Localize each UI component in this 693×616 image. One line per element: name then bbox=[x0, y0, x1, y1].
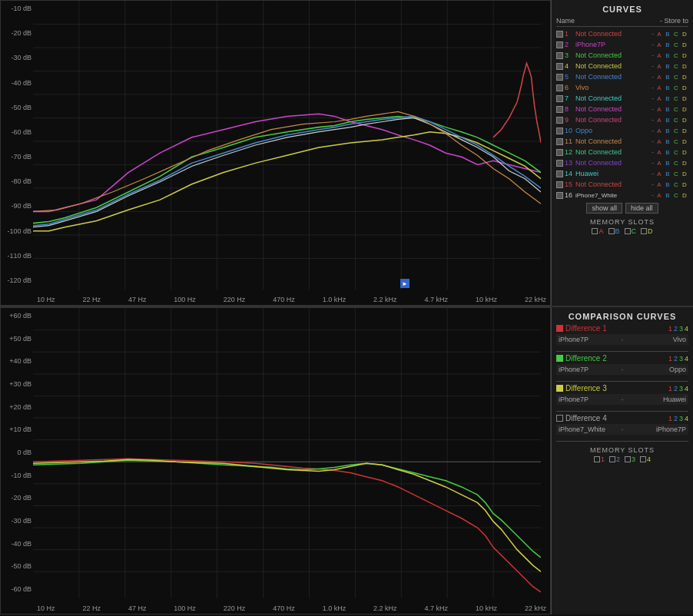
store-d-1[interactable]: D bbox=[681, 31, 688, 38]
curve-checkbox-12[interactable] bbox=[556, 149, 563, 156]
store-a-14[interactable]: A bbox=[655, 171, 663, 177]
store-a-1[interactable]: A bbox=[655, 31, 663, 38]
store-a-12[interactable]: A bbox=[655, 149, 663, 156]
diff-1-checkbox[interactable] bbox=[556, 325, 563, 332]
diff-2-checkbox[interactable] bbox=[556, 355, 563, 362]
store-b-15[interactable]: B bbox=[664, 181, 671, 188]
mem-checkbox-d[interactable] bbox=[641, 228, 647, 234]
memory-slot-3[interactable]: 3 bbox=[625, 455, 635, 463]
store-a-6[interactable]: A bbox=[655, 84, 663, 91]
store-b-1[interactable]: B bbox=[664, 31, 671, 38]
store-c-13[interactable]: C bbox=[672, 160, 680, 167]
store-d-9[interactable]: D bbox=[681, 117, 688, 124]
curve-checkbox-9[interactable] bbox=[556, 117, 563, 124]
curve-checkbox-8[interactable] bbox=[556, 106, 563, 113]
store-a-2[interactable]: A bbox=[655, 41, 663, 48]
store-b-5[interactable]: B bbox=[664, 74, 671, 81]
store-b-9[interactable]: B bbox=[664, 117, 671, 124]
diff-4-n2[interactable]: 2 bbox=[674, 415, 678, 422]
store-a-15[interactable]: A bbox=[655, 181, 663, 188]
store-d-2[interactable]: D bbox=[681, 41, 688, 48]
diff-1-n4[interactable]: 4 bbox=[685, 325, 688, 333]
curve-checkbox-6[interactable] bbox=[556, 84, 563, 91]
memory-slot-c[interactable]: C bbox=[625, 227, 637, 235]
diff-3-n3[interactable]: 3 bbox=[679, 385, 683, 392]
store-b-13[interactable]: B bbox=[664, 160, 671, 167]
memory-slot-a[interactable]: A bbox=[592, 227, 603, 235]
memory-slot-4[interactable]: 4 bbox=[640, 455, 651, 463]
show-all-button[interactable]: show all bbox=[586, 203, 622, 214]
memory-slot-1[interactable]: 1 bbox=[594, 455, 605, 463]
mem-checkbox-c[interactable] bbox=[625, 228, 631, 234]
diff-4-n4[interactable]: 4 bbox=[685, 415, 688, 422]
curve-checkbox-10[interactable] bbox=[556, 128, 563, 134]
memory-slot-d[interactable]: D bbox=[641, 227, 653, 235]
store-c-2[interactable]: C bbox=[672, 41, 680, 48]
diff-3-n1[interactable]: 1 bbox=[668, 385, 672, 392]
store-a-7[interactable]: A bbox=[655, 95, 663, 102]
store-b-7[interactable]: B bbox=[664, 95, 671, 102]
store-b-3[interactable]: B bbox=[664, 52, 671, 59]
store-d-6[interactable]: D bbox=[681, 84, 688, 91]
store-a-11[interactable]: A bbox=[655, 138, 663, 145]
diff-3-n2[interactable]: 2 bbox=[674, 385, 678, 392]
store-c-14[interactable]: C bbox=[672, 171, 680, 177]
store-d-3[interactable]: D bbox=[681, 52, 688, 59]
store-a-16[interactable]: A bbox=[655, 192, 663, 199]
hide-all-button[interactable]: hide all bbox=[625, 203, 658, 214]
store-a-4[interactable]: A bbox=[655, 63, 663, 70]
diff-3-n4[interactable]: 4 bbox=[685, 385, 688, 392]
store-a-5[interactable]: A bbox=[655, 74, 663, 81]
store-c-8[interactable]: C bbox=[672, 106, 680, 113]
mem-checkbox-a[interactable] bbox=[592, 228, 598, 234]
store-d-15[interactable]: D bbox=[681, 181, 688, 188]
store-a-9[interactable]: A bbox=[655, 117, 663, 124]
store-b-2[interactable]: B bbox=[664, 41, 671, 48]
store-b-12[interactable]: B bbox=[664, 149, 671, 156]
store-d-11[interactable]: D bbox=[681, 138, 688, 145]
curve-checkbox-7[interactable] bbox=[556, 95, 563, 102]
store-b-8[interactable]: B bbox=[664, 106, 671, 113]
curve-checkbox-2[interactable] bbox=[556, 41, 563, 48]
diff-4-n3[interactable]: 3 bbox=[679, 415, 683, 422]
diff-1-n2[interactable]: 2 bbox=[674, 325, 678, 333]
curve-checkbox-13[interactable] bbox=[556, 160, 563, 167]
curve-checkbox-5[interactable] bbox=[556, 74, 563, 81]
scroll-right-arrow[interactable]: ► bbox=[400, 279, 410, 288]
store-d-12[interactable]: D bbox=[681, 149, 688, 156]
mem-checkbox-1[interactable] bbox=[594, 456, 600, 462]
store-c-16[interactable]: C bbox=[672, 192, 680, 199]
store-d-5[interactable]: D bbox=[681, 74, 688, 81]
curve-checkbox-16[interactable] bbox=[556, 192, 563, 199]
memory-slot-2[interactable]: 2 bbox=[609, 455, 620, 463]
diff-1-n3[interactable]: 3 bbox=[679, 325, 683, 333]
store-b-16[interactable]: B bbox=[664, 192, 671, 199]
store-d-10[interactable]: D bbox=[681, 128, 688, 134]
store-c-4[interactable]: C bbox=[672, 63, 680, 70]
diff-4-checkbox[interactable] bbox=[556, 415, 563, 422]
diff-3-checkbox[interactable] bbox=[556, 385, 563, 392]
store-d-13[interactable]: D bbox=[681, 160, 688, 167]
store-b-6[interactable]: B bbox=[664, 84, 671, 91]
store-d-7[interactable]: D bbox=[681, 95, 688, 102]
store-b-10[interactable]: B bbox=[664, 128, 671, 134]
curve-checkbox-15[interactable] bbox=[556, 181, 563, 188]
store-a-3[interactable]: A bbox=[655, 52, 663, 59]
diff-1-n1[interactable]: 1 bbox=[668, 325, 672, 333]
store-d-8[interactable]: D bbox=[681, 106, 688, 113]
store-c-9[interactable]: C bbox=[672, 117, 680, 124]
store-c-7[interactable]: C bbox=[672, 95, 680, 102]
curve-checkbox-4[interactable] bbox=[556, 63, 563, 70]
diff-4-n1[interactable]: 1 bbox=[668, 415, 672, 422]
curve-checkbox-11[interactable] bbox=[556, 138, 563, 145]
store-c-1[interactable]: C bbox=[672, 31, 680, 38]
store-c-11[interactable]: C bbox=[672, 138, 680, 145]
mem-checkbox-2[interactable] bbox=[609, 456, 615, 462]
diff-2-n4[interactable]: 4 bbox=[685, 355, 688, 363]
store-a-13[interactable]: A bbox=[655, 160, 663, 167]
curve-checkbox-3[interactable] bbox=[556, 52, 563, 59]
store-c-5[interactable]: C bbox=[672, 74, 680, 81]
store-c-12[interactable]: C bbox=[672, 149, 680, 156]
store-b-11[interactable]: B bbox=[664, 138, 671, 145]
curve-checkbox-1[interactable] bbox=[556, 31, 563, 38]
